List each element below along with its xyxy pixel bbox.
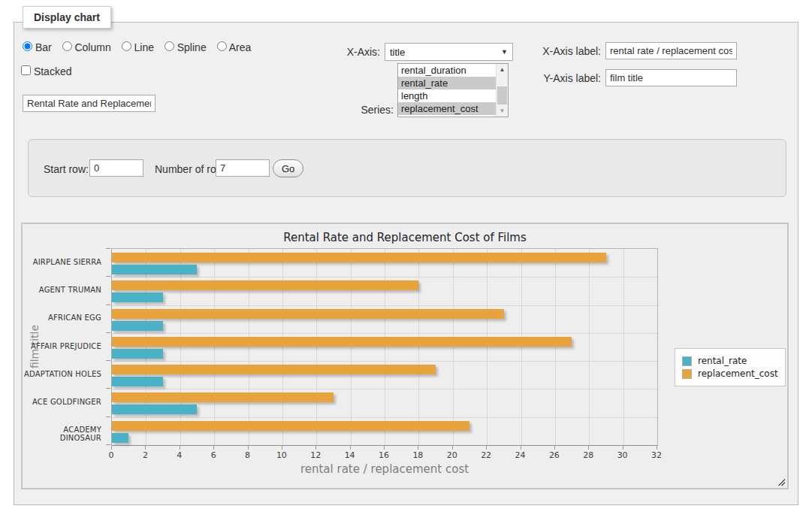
chart-title-input[interactable]	[23, 95, 155, 112]
legend-label: replacement_cost	[698, 368, 778, 379]
x-tick-mark	[315, 446, 316, 450]
x-tick-label: 10	[269, 450, 294, 460]
gridline-vertical	[623, 249, 624, 445]
x-tick-label: 12	[303, 450, 328, 460]
chart-type-bar[interactable]: Bar	[23, 41, 52, 53]
chart-type-line-radio[interactable]	[122, 41, 131, 51]
x-axis-select[interactable]: title ▼	[385, 43, 513, 61]
x-tick-label: 8	[235, 450, 261, 460]
x-tick-mark	[213, 446, 214, 450]
x-axis-label-input[interactable]	[605, 42, 737, 59]
chart-type-spline-radio[interactable]	[165, 41, 174, 51]
x-tick-mark	[588, 446, 589, 450]
chart-type-area[interactable]: Area	[217, 41, 252, 53]
gridline-vertical	[214, 249, 215, 445]
gridline-horizontal	[112, 305, 657, 306]
x-tick-mark	[248, 446, 249, 450]
x-tick-label: 6	[201, 450, 226, 460]
x-tick-label: 2	[132, 450, 158, 460]
chart-type-area-radio[interactable]	[217, 41, 227, 51]
category-label: AGENT TRUMAN	[23, 286, 107, 294]
x-tick-label: 24	[508, 450, 533, 460]
bar-replacement_cost	[112, 280, 418, 290]
series-option-rental_duration[interactable]: rental_duration	[398, 64, 496, 77]
start-row-label: Start row:	[44, 163, 89, 175]
series-option-replacement_cost[interactable]: replacement_cost	[398, 102, 496, 115]
x-axis-selected-value: title	[390, 47, 405, 58]
gridline-vertical	[249, 249, 249, 445]
y-tick-mark	[106, 248, 110, 249]
category-label: AIRPLANE SIERRA	[23, 258, 107, 266]
category-label: AFRICAN EGG	[23, 314, 107, 322]
x-tick-mark	[418, 446, 418, 450]
y-tick-mark	[106, 304, 110, 305]
stacked-label[interactable]: Stacked	[21, 65, 71, 77]
legend-row: rental_rate	[682, 356, 778, 366]
x-tick-label: 30	[610, 450, 635, 460]
series-listbox[interactable]: rental_durationrental_ratelengthreplacem…	[397, 63, 509, 117]
x-tick-mark	[350, 446, 351, 450]
y-tick-mark	[106, 276, 110, 277]
category-label: ACE GOLDFINGER	[23, 398, 107, 406]
y-axis-label-input[interactable]	[605, 69, 737, 86]
start-row-input[interactable]	[89, 159, 143, 177]
chart-title: Rental Rate and Replacement Cost of Film…	[23, 231, 787, 244]
bar-rental_rate	[112, 404, 197, 414]
gridline-horizontal	[112, 333, 657, 334]
go-button[interactable]: Go	[273, 159, 303, 177]
series-option-length[interactable]: length	[398, 89, 496, 102]
stacked-row: Stacked	[21, 65, 71, 77]
chart-type-column-radio[interactable]	[62, 41, 72, 51]
scrollbar-down-icon[interactable]: ▼	[497, 105, 508, 117]
series-scrollbar[interactable]: ▲ ▼	[496, 64, 508, 117]
category-label: ADAPTATION HOLES	[23, 370, 107, 378]
resize-handle-icon[interactable]	[777, 477, 785, 486]
y-axis-label-caption: Y-Axis label:	[526, 72, 601, 84]
gridline-vertical	[521, 249, 522, 445]
legend-row: replacement_cost	[682, 368, 778, 379]
bar-replacement_cost	[112, 337, 572, 347]
chart-type-radio-group: Bar Column Line Spline Area	[23, 41, 258, 53]
x-tick-mark	[111, 446, 112, 450]
series-options: rental_durationrental_ratelengthreplacem…	[398, 64, 496, 117]
stacked-checkbox[interactable]	[21, 65, 31, 75]
bar-replacement_cost	[112, 309, 504, 319]
y-tick-mark	[106, 360, 110, 361]
chart-type-line[interactable]: Line	[122, 41, 154, 53]
x-tick-label: 16	[371, 450, 397, 460]
x-tick-mark	[521, 446, 521, 450]
gridline-vertical	[589, 249, 590, 445]
series-option-rental_rate[interactable]: rental_rate	[398, 77, 496, 89]
x-tick-mark	[282, 446, 282, 450]
x-tick-label: 0	[98, 450, 124, 460]
chart-type-bar-radio[interactable]	[23, 41, 32, 51]
num-rows-input[interactable]	[216, 159, 270, 177]
bar-replacement_cost	[112, 421, 469, 431]
chart-type-spline[interactable]: Spline	[165, 41, 207, 53]
chart-type-column[interactable]: Column	[62, 41, 111, 53]
x-tick-mark	[486, 446, 487, 450]
rows-panel: Start row: Number of rows: Go	[28, 139, 786, 197]
x-tick-mark	[180, 446, 180, 450]
x-tick-mark	[554, 446, 555, 450]
bar-rental_rate	[112, 265, 197, 274]
x-axis-title: rental rate / replacement cost	[111, 462, 658, 476]
category-label: ACADEMY DINOSAUR	[23, 426, 107, 442]
bar-rental_rate	[112, 433, 128, 443]
x-tick-label: 22	[473, 450, 499, 460]
legend-label: rental_rate	[698, 356, 747, 366]
y-tick-mark	[106, 444, 110, 445]
gridline-vertical	[418, 249, 419, 445]
gridline-vertical	[453, 249, 454, 445]
scrollbar-up-icon[interactable]: ▲	[497, 64, 508, 75]
gridline-horizontal	[112, 361, 657, 362]
bar-rental_rate	[112, 377, 163, 386]
bar-rental_rate	[112, 349, 163, 359]
x-tick-label: 14	[337, 450, 363, 460]
y-tick-mark	[106, 417, 110, 417]
gridline-vertical	[146, 249, 146, 445]
bar-replacement_cost	[112, 253, 606, 262]
scrollbar-thumb[interactable]	[497, 86, 507, 105]
x-tick-mark	[384, 446, 385, 450]
gridline-horizontal	[112, 417, 657, 418]
